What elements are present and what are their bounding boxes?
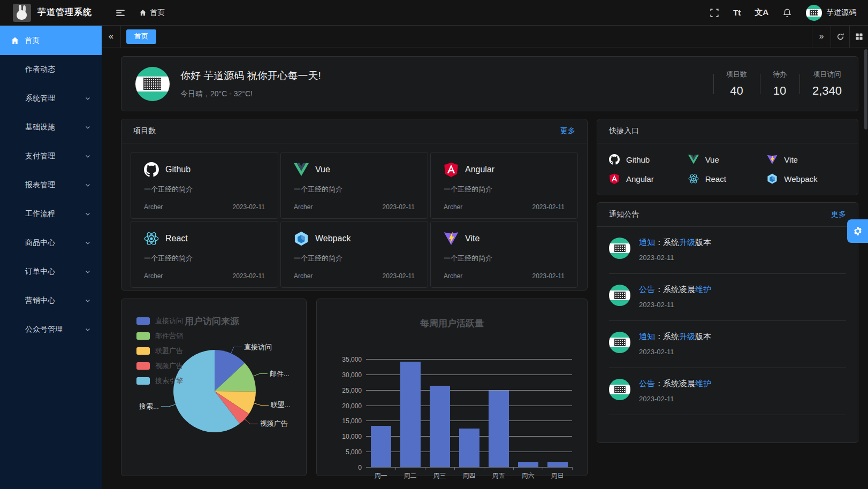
notice-item[interactable]: 通知：系统升级版本 2023-02-11 <box>609 227 846 274</box>
gridline <box>366 421 572 421</box>
app-title: 芋道管理系统 <box>37 7 92 18</box>
stat-item: 待办 10 <box>760 70 800 98</box>
project-date: 2023-02-11 <box>233 203 265 211</box>
pie-label: 直接访问 <box>244 343 272 351</box>
bar[interactable] <box>547 462 568 467</box>
project-card[interactable]: Vue 一个正经的简介 Archer 2023-02-11 <box>280 152 428 219</box>
shortcuts-card: 快捷入口 Github Vue <box>597 119 858 195</box>
shortcut-item[interactable]: Vue <box>688 154 767 165</box>
tabs-expand-right-icon[interactable]: » <box>812 26 831 48</box>
bar[interactable] <box>518 462 538 467</box>
sidebar-item[interactable]: 商品中心 <box>0 228 102 257</box>
sidebar-item[interactable]: 作者动态 <box>0 55 102 84</box>
sidebar-item[interactable]: 报表管理 <box>0 171 102 200</box>
legend-item[interactable]: 搜索引擎 <box>136 376 183 386</box>
project-card[interactable]: Angular 一个正经的简介 Archer 2023-02-11 <box>430 152 578 219</box>
x-axis-label: 周日 <box>543 471 572 480</box>
layout-grid-icon[interactable] <box>849 26 868 48</box>
sidebar-item[interactable]: 支付管理 <box>0 142 102 171</box>
sidebar-item[interactable]: 营销中心 <box>0 286 102 315</box>
notice-date: 2023-02-11 <box>639 301 711 309</box>
notice-text-segment: 通知 <box>639 238 655 247</box>
sidebar-item-label: 报表管理 <box>25 180 55 190</box>
shortcut-item[interactable]: Vite <box>767 154 846 165</box>
language-icon[interactable]: 文A <box>755 7 768 18</box>
y-axis-label: 10,000 <box>319 433 362 440</box>
scrollbar-thumb[interactable] <box>864 49 867 129</box>
project-date: 2023-02-11 <box>233 272 265 280</box>
gridline <box>366 406 572 406</box>
legend-item[interactable]: 直接访问 <box>136 316 183 326</box>
notice-item[interactable]: 公告：系统凌晨维护 2023-02-11 <box>609 368 846 415</box>
shortcut-item[interactable]: Angular <box>609 173 688 184</box>
shortcut-item[interactable]: Github <box>609 154 688 165</box>
bar[interactable] <box>371 426 391 467</box>
shortcut-label: Github <box>626 155 650 164</box>
sidebar-item[interactable]: 公众号管理 <box>0 315 102 344</box>
legend-label: 视频广告 <box>155 361 183 371</box>
sidebar-item-label: 公众号管理 <box>25 325 63 334</box>
github-icon <box>609 154 620 165</box>
github-icon <box>144 162 159 177</box>
legend-item[interactable]: 邮件营销 <box>136 331 183 341</box>
settings-gear-button[interactable] <box>847 219 868 243</box>
react-icon <box>144 231 159 246</box>
project-card[interactable]: Vite 一个正经的简介 Archer 2023-02-11 <box>430 221 578 288</box>
font-size-icon[interactable]: Tt <box>733 8 741 17</box>
fullscreen-icon[interactable] <box>710 8 719 18</box>
bar[interactable] <box>430 386 450 467</box>
greeting-card: 你好 芋道源码 祝你开心每一天! 今日晴，20°C - 32°C! 项目数 40… <box>121 56 858 111</box>
bell-icon[interactable] <box>782 8 792 18</box>
notice-date: 2023-02-11 <box>639 395 711 403</box>
sidebar-item[interactable]: 系统管理 <box>0 84 102 113</box>
pie-label: 邮件... <box>270 370 290 378</box>
shortcut-item[interactable]: Webpack <box>767 173 846 184</box>
legend-item[interactable]: 联盟广告 <box>136 346 183 356</box>
project-card[interactable]: Webpack 一个正经的简介 Archer 2023-02-11 <box>280 221 428 288</box>
notice-text-segment: ：系统 <box>655 332 679 341</box>
legend-label: 搜索引擎 <box>155 376 183 386</box>
notice-item[interactable]: 公告：系统凌晨维护 2023-02-11 <box>609 274 846 321</box>
sidebar-item[interactable]: 基础设施 <box>0 113 102 142</box>
axis-tick <box>484 467 484 470</box>
pie-label-line <box>245 419 258 424</box>
notice-text-segment: 维护 <box>695 379 711 388</box>
greeting-title: 你好 芋道源码 祝你开心每一天! <box>180 69 321 83</box>
notices-more-link[interactable]: 更多 <box>831 210 846 219</box>
pie-chart: 直接访问邮件...联盟...视频广告搜索... 用户访问来源 直接访问邮件营销联… <box>121 299 307 476</box>
bar[interactable] <box>489 391 509 467</box>
refresh-icon[interactable] <box>831 26 849 48</box>
project-card[interactable]: React 一个正经的简介 Archer 2023-02-11 <box>131 221 278 288</box>
bar[interactable] <box>459 429 479 467</box>
bar[interactable] <box>400 362 421 467</box>
sidebar-item[interactable]: 首页 <box>0 26 102 55</box>
sidebar-item-label: 首页 <box>25 36 40 45</box>
x-axis-label: 周一 <box>366 471 395 480</box>
shortcut-item[interactable]: React <box>688 173 767 184</box>
vite-icon <box>444 231 459 246</box>
project-card[interactable]: Github 一个正经的简介 Archer 2023-02-11 <box>131 152 278 219</box>
y-axis-label: 30,000 <box>319 371 362 379</box>
stat-value: 2,340 <box>812 84 842 98</box>
sidebar-item[interactable]: 工作流程 <box>0 200 102 228</box>
menu-collapse-icon[interactable] <box>116 8 125 18</box>
projects-more-link[interactable]: 更多 <box>560 126 575 136</box>
stat-item: 项目访问 2,340 <box>800 70 844 98</box>
tabs-collapse-left-icon[interactable]: « <box>102 26 121 48</box>
project-name: Vue <box>315 165 330 174</box>
user-menu[interactable]: 芋道源码 <box>806 5 856 21</box>
angular-icon <box>609 173 620 184</box>
chevron-down-icon <box>85 182 91 188</box>
x-axis-label: 周二 <box>395 471 425 480</box>
stat-value: 10 <box>773 84 787 98</box>
legend-item[interactable]: 视频广告 <box>136 361 183 371</box>
notice-item[interactable]: 通知：系统升级版本 2023-02-11 <box>609 321 846 368</box>
projects-grid: Github 一个正经的简介 Archer 2023-02-11 <box>121 143 587 296</box>
breadcrumb[interactable]: 首页 <box>139 8 165 18</box>
tab-home[interactable]: 首页 <box>126 29 156 44</box>
chevron-down-icon <box>85 153 91 159</box>
sidebar-item[interactable]: 订单中心 <box>0 257 102 286</box>
webpack-icon <box>767 173 778 184</box>
notice-text-segment: 公告 <box>639 379 655 388</box>
chevron-down-icon <box>85 269 91 275</box>
